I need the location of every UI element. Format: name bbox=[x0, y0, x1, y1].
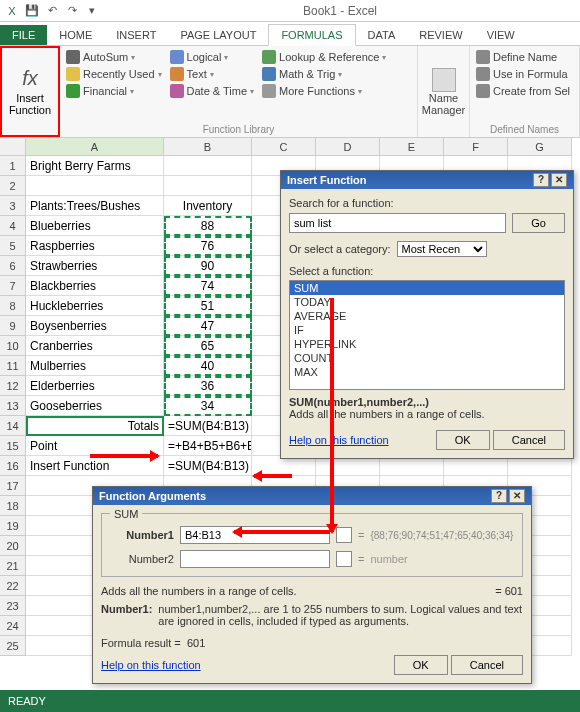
cell[interactable] bbox=[444, 456, 508, 476]
list-item[interactable]: SUM bbox=[290, 281, 564, 295]
cancel-button[interactable]: Cancel bbox=[493, 430, 565, 450]
cell[interactable]: Raspberries bbox=[26, 236, 164, 256]
use-in-formula-button[interactable]: Use in Formula bbox=[476, 67, 573, 81]
row-header[interactable]: 16 bbox=[0, 456, 26, 476]
cell[interactable]: Gooseberries bbox=[26, 396, 164, 416]
define-name-button[interactable]: Define Name bbox=[476, 50, 573, 64]
cell[interactable]: 88 bbox=[164, 216, 252, 236]
number2-input[interactable] bbox=[180, 550, 330, 568]
cell[interactable]: =SUM(B4:B13) bbox=[164, 416, 252, 436]
row-header[interactable]: 14 bbox=[0, 416, 26, 436]
cell[interactable]: Blackberries bbox=[26, 276, 164, 296]
row-header[interactable]: 4 bbox=[0, 216, 26, 236]
tab-home[interactable]: HOME bbox=[47, 25, 104, 45]
redo-icon[interactable]: ↷ bbox=[64, 3, 80, 19]
row-header[interactable]: 20 bbox=[0, 536, 26, 556]
cell[interactable]: 90 bbox=[164, 256, 252, 276]
row-header[interactable]: 19 bbox=[0, 516, 26, 536]
cell[interactable]: Cranberries bbox=[26, 336, 164, 356]
tab-review[interactable]: REVIEW bbox=[407, 25, 474, 45]
collapse-icon[interactable] bbox=[336, 527, 352, 543]
row-header[interactable]: 7 bbox=[0, 276, 26, 296]
help-link[interactable]: Help on this function bbox=[101, 659, 201, 671]
dialog-close-button[interactable]: ✕ bbox=[551, 173, 567, 187]
column-header-a[interactable]: A bbox=[26, 138, 164, 156]
cell[interactable]: 40 bbox=[164, 356, 252, 376]
create-from-selection-button[interactable]: Create from Sel bbox=[476, 84, 573, 98]
cell[interactable]: 51 bbox=[164, 296, 252, 316]
row-header[interactable]: 13 bbox=[0, 396, 26, 416]
cell[interactable]: Blueberries bbox=[26, 216, 164, 236]
row-header[interactable]: 2 bbox=[0, 176, 26, 196]
row-header[interactable]: 11 bbox=[0, 356, 26, 376]
column-header-e[interactable]: E bbox=[380, 138, 444, 156]
category-select[interactable]: Most Recen bbox=[397, 241, 487, 257]
collapse-icon[interactable] bbox=[336, 551, 352, 567]
row-header[interactable]: 15 bbox=[0, 436, 26, 456]
ok-button[interactable]: OK bbox=[394, 655, 448, 675]
row-header[interactable]: 18 bbox=[0, 496, 26, 516]
cell[interactable]: 76 bbox=[164, 236, 252, 256]
row-header[interactable]: 12 bbox=[0, 376, 26, 396]
cell[interactable] bbox=[164, 156, 252, 176]
text-button[interactable]: Text▾ bbox=[170, 67, 255, 81]
row-header[interactable]: 22 bbox=[0, 576, 26, 596]
cell[interactable]: 65 bbox=[164, 336, 252, 356]
cell[interactable]: 47 bbox=[164, 316, 252, 336]
tab-formulas[interactable]: FORMULAS bbox=[268, 24, 355, 46]
cell[interactable]: Boysenberries bbox=[26, 316, 164, 336]
row-header[interactable]: 5 bbox=[0, 236, 26, 256]
insert-function-button[interactable]: fx InsertFunction bbox=[0, 46, 60, 137]
row-header[interactable]: 17 bbox=[0, 476, 26, 496]
date-time-button[interactable]: Date & Time▾ bbox=[170, 84, 255, 98]
cell[interactable]: Plants:Trees/Bushes bbox=[26, 196, 164, 216]
row-header[interactable]: 6 bbox=[0, 256, 26, 276]
tab-insert[interactable]: INSERT bbox=[104, 25, 168, 45]
row-header[interactable]: 3 bbox=[0, 196, 26, 216]
autosum-button[interactable]: AutoSum▾ bbox=[66, 50, 162, 64]
column-header-c[interactable]: C bbox=[252, 138, 316, 156]
recently-used-button[interactable]: Recently Used▾ bbox=[66, 67, 162, 81]
row-header[interactable]: 25 bbox=[0, 636, 26, 656]
cell[interactable]: Point bbox=[26, 436, 164, 456]
column-header-f[interactable]: F bbox=[444, 138, 508, 156]
dialog-help-button[interactable]: ? bbox=[533, 173, 549, 187]
lookup-button[interactable]: Lookup & Reference▾ bbox=[262, 50, 386, 64]
cell[interactable]: Mulberries bbox=[26, 356, 164, 376]
cell[interactable]: 34 bbox=[164, 396, 252, 416]
cell[interactable]: Insert Function bbox=[26, 456, 164, 476]
cell[interactable] bbox=[164, 176, 252, 196]
cell[interactable] bbox=[508, 456, 572, 476]
cell[interactable]: Elderberries bbox=[26, 376, 164, 396]
row-header[interactable]: 1 bbox=[0, 156, 26, 176]
cell[interactable]: 74 bbox=[164, 276, 252, 296]
column-header-g[interactable]: G bbox=[508, 138, 572, 156]
row-header[interactable]: 23 bbox=[0, 596, 26, 616]
more-functions-button[interactable]: More Functions▾ bbox=[262, 84, 386, 98]
go-button[interactable]: Go bbox=[512, 213, 565, 233]
column-header-d[interactable]: D bbox=[316, 138, 380, 156]
tab-view[interactable]: VIEW bbox=[475, 25, 527, 45]
row-header[interactable]: 24 bbox=[0, 616, 26, 636]
row-header[interactable]: 21 bbox=[0, 556, 26, 576]
cell[interactable]: Inventory bbox=[164, 196, 252, 216]
cell[interactable]: 36 bbox=[164, 376, 252, 396]
cell[interactable]: Totals bbox=[26, 416, 164, 436]
name-manager-button[interactable]: NameManager bbox=[418, 46, 470, 137]
dialog-help-button[interactable]: ? bbox=[491, 489, 507, 503]
select-all-triangle[interactable] bbox=[0, 138, 26, 156]
undo-icon[interactable]: ↶ bbox=[44, 3, 60, 19]
cancel-button[interactable]: Cancel bbox=[451, 655, 523, 675]
cell[interactable]: =+B4+B5+B6+B7 bbox=[164, 436, 252, 456]
cell[interactable] bbox=[26, 176, 164, 196]
search-function-input[interactable] bbox=[289, 213, 506, 233]
qat-more-icon[interactable]: ▾ bbox=[84, 3, 100, 19]
cell[interactable]: =SUM(B4:B13) bbox=[164, 456, 252, 476]
number1-input[interactable] bbox=[180, 526, 330, 544]
cell[interactable]: Huckleberries bbox=[26, 296, 164, 316]
tab-file[interactable]: FILE bbox=[0, 25, 47, 45]
math-trig-button[interactable]: Math & Trig▾ bbox=[262, 67, 386, 81]
help-link[interactable]: Help on this function bbox=[289, 434, 389, 446]
cell[interactable]: Strawberries bbox=[26, 256, 164, 276]
financial-button[interactable]: Financial▾ bbox=[66, 84, 162, 98]
